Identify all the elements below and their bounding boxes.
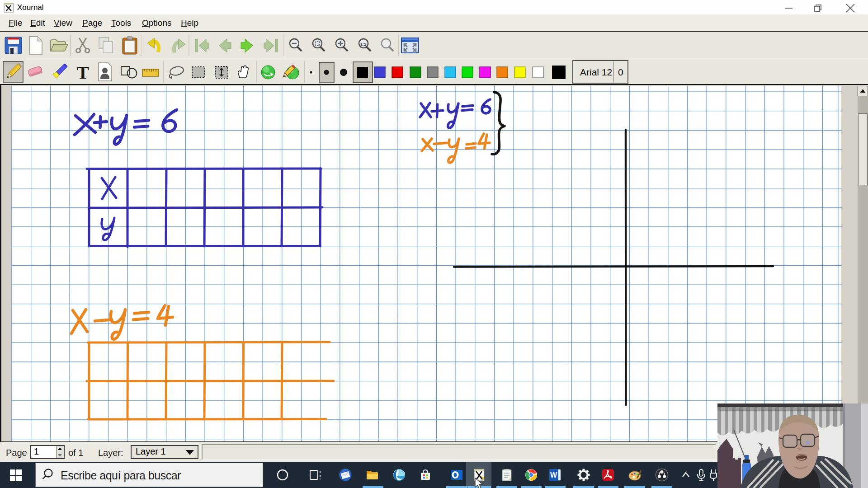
svg-text:0: 0	[618, 67, 623, 77]
svg-text:1:1: 1:1	[360, 42, 366, 47]
svg-text:T: T	[77, 62, 89, 83]
svg-text:W: W	[550, 471, 557, 479]
svg-text:Arial 12: Arial 12	[580, 67, 612, 77]
